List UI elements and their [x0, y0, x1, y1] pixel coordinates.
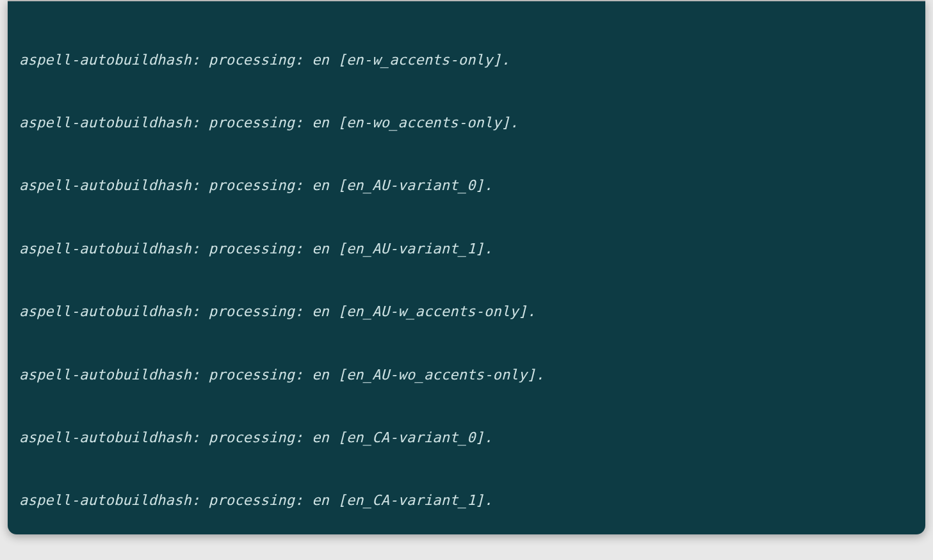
output-line: aspell-autobuildhash: processing: en [en… [19, 490, 914, 511]
output-line: aspell-autobuildhash: processing: en [en… [19, 365, 914, 386]
output-line: aspell-autobuildhash: processing: en [en… [19, 175, 914, 196]
output-line: aspell-autobuildhash: processing: en [en… [19, 301, 914, 323]
terminal-window[interactable]: aspell-autobuildhash: processing: en [en… [8, 0, 925, 534]
output-line: aspell-autobuildhash: processing: en [en… [19, 428, 914, 449]
terminal-scrollback[interactable]: aspell-autobuildhash: processing: en [en… [19, 8, 914, 528]
output-line: aspell-autobuildhash: processing: en [en… [19, 113, 914, 134]
output-line: aspell-autobuildhash: processing: en [en… [19, 239, 914, 260]
output-line: aspell-autobuildhash: processing: en [en… [19, 50, 914, 71]
